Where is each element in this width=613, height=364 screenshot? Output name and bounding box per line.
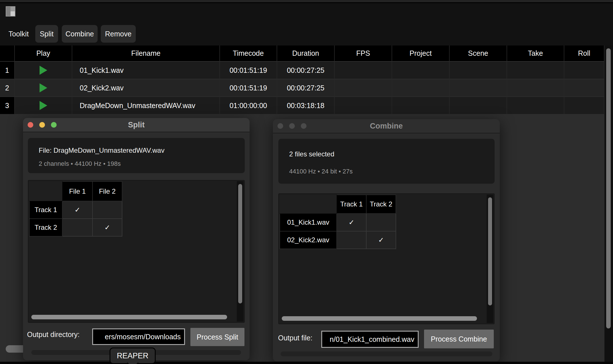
cell-project [392, 79, 450, 97]
cell-roll [564, 79, 604, 97]
header-project: Project [392, 46, 450, 62]
combine-bottom-scrollbar-track [281, 351, 492, 356]
cell-filename: 01_Kick1.wav [72, 62, 220, 79]
split-matrix-panel: File 1 File 2 Track 1 ✓ Track 2 ✓ [28, 180, 245, 323]
combine-file-meta: 44100 Hz • 24 bit • 27s [289, 168, 353, 175]
window-icon-row [0, 3, 613, 22]
header-duration: Duration [277, 46, 335, 62]
cell-scene [450, 62, 507, 79]
cell-project [392, 97, 450, 115]
matrix-col-header: Track 1 [337, 195, 366, 214]
combine-matrix-panel: Track 1 Track 2 01_Kick1.wav ✓ 02_Kick2.… [278, 193, 495, 324]
combine-file-info-panel: 2 files selected 44100 Hz • 24 bit • 27s [278, 139, 495, 184]
cell-take [507, 97, 564, 115]
table-row[interactable]: 2 02_Kick2.wav 00:01:51:19 00:00:27:25 [0, 79, 604, 97]
matrix-empty-cell[interactable] [366, 214, 396, 231]
close-traffic-light[interactable] [28, 122, 33, 128]
matrix-row-header: Track 1 [29, 201, 62, 219]
dialog-title: Split [23, 118, 250, 132]
combine-vscrollbar-thumb[interactable] [488, 197, 492, 305]
remove-button[interactable]: Remove [101, 25, 136, 43]
main-window: Toolkit Split Combine Remove Play Filena… [0, 0, 613, 364]
combine-hscrollbar-thumb[interactable] [282, 316, 477, 321]
play-triangle-icon [40, 101, 47, 110]
cell-duration: 00:00:27:25 [277, 62, 335, 79]
play-triangle-icon [40, 83, 47, 92]
zoom-traffic-light[interactable] [51, 122, 57, 128]
combine-dialog: Combine 2 files selected 44100 Hz • 24 b… [273, 119, 500, 361]
output-file-input[interactable] [321, 331, 419, 348]
matrix-check-cell[interactable]: ✓ [366, 231, 396, 249]
cell-scene [450, 79, 507, 97]
combine-selection-summary: 2 files selected [289, 150, 334, 158]
split-file-meta: 2 channels • 44100 Hz • 198s [39, 160, 121, 167]
matrix-check-cell[interactable]: ✓ [62, 201, 92, 219]
output-directory-label: Output directory: [27, 330, 80, 339]
cell-roll [564, 97, 604, 115]
close-traffic-light[interactable] [277, 123, 283, 129]
matrix-col-header: File 1 [62, 181, 92, 201]
toolkit-menu-label: Toolkit [9, 22, 29, 46]
play-button[interactable] [15, 97, 72, 115]
minimize-traffic-light[interactable] [39, 122, 45, 128]
output-directory-input[interactable] [92, 328, 185, 345]
matrix-empty-cell[interactable] [337, 231, 366, 249]
cell-fps [335, 97, 392, 115]
matrix-col-header: Track 2 [366, 195, 396, 214]
cell-scene [450, 97, 507, 115]
split-file-name: File: DragMeDown_UnmasteredWAV.wav [39, 146, 164, 154]
header-take: Take [507, 46, 564, 62]
cell-duration: 00:00:27:25 [277, 79, 335, 97]
combine-dialog-titlebar[interactable]: Combine [273, 119, 500, 133]
matrix-check-cell[interactable]: ✓ [337, 214, 366, 231]
header-num [0, 46, 15, 62]
cell-duration: 00:03:18:18 [277, 97, 335, 115]
window-drag-strip [0, 0, 613, 3]
dialog-title: Combine [273, 119, 500, 133]
main-vertical-scrollbar-thumb[interactable] [606, 48, 611, 328]
matrix-col-header: File 2 [92, 181, 122, 201]
zoom-traffic-light[interactable] [301, 123, 306, 129]
table-row[interactable]: 3 DragMeDown_UnmasteredWAV.wav 01:00:00:… [0, 97, 604, 115]
matrix-empty-cell[interactable] [62, 219, 92, 236]
cell-timecode: 00:01:51:19 [220, 79, 277, 97]
process-combine-button[interactable]: Process Combine [424, 330, 494, 348]
matrix-check-cell[interactable]: ✓ [92, 219, 122, 236]
header-play: Play [15, 46, 72, 62]
split-dialog: Split File: DragMeDown_UnmasteredWAV.wav… [23, 118, 250, 360]
matrix-empty-cell[interactable] [92, 201, 122, 219]
table-row[interactable]: 1 01_Kick1.wav 00:01:51:19 00:00:27:25 [0, 62, 604, 79]
combine-button[interactable]: Combine [62, 25, 98, 43]
row-number: 1 [0, 62, 15, 79]
cell-filename: 02_Kick2.wav [72, 79, 220, 97]
cell-timecode: 01:00:00:00 [220, 97, 277, 115]
split-dialog-titlebar[interactable]: Split [23, 118, 250, 132]
table-header: Play Filename Timecode Duration FPS Proj… [0, 46, 604, 62]
header-roll: Roll [564, 46, 604, 62]
cell-take [507, 79, 564, 97]
header-fps: FPS [335, 46, 392, 62]
play-triangle-icon [40, 66, 47, 75]
process-split-button[interactable]: Process Split [190, 328, 244, 346]
cell-fps [335, 62, 392, 79]
split-hscrollbar-thumb[interactable] [31, 315, 227, 319]
matrix-row-header: Track 2 [29, 219, 62, 236]
header-filename: Filename [72, 46, 220, 62]
matrix-corner-cell [280, 195, 337, 214]
matrix-row-header: 01_Kick1.wav [280, 214, 337, 231]
header-timecode: Timecode [220, 46, 277, 62]
row-number: 3 [0, 97, 15, 115]
minimize-traffic-light[interactable] [289, 123, 295, 129]
split-button[interactable]: Split [35, 25, 58, 43]
split-vscrollbar-thumb[interactable] [238, 184, 242, 303]
play-button[interactable] [15, 62, 72, 79]
cell-project [392, 62, 450, 79]
cell-take [507, 62, 564, 79]
play-button[interactable] [15, 79, 72, 97]
desktop-strip [0, 362, 613, 364]
output-file-label: Output file: [278, 334, 312, 342]
reaper-dock-tooltip: REAPER [110, 348, 156, 364]
combine-routing-matrix: Track 1 Track 2 01_Kick1.wav ✓ 02_Kick2.… [279, 195, 396, 249]
cell-fps [335, 79, 392, 97]
cell-filename: DragMeDown_UnmasteredWAV.wav [72, 97, 220, 115]
